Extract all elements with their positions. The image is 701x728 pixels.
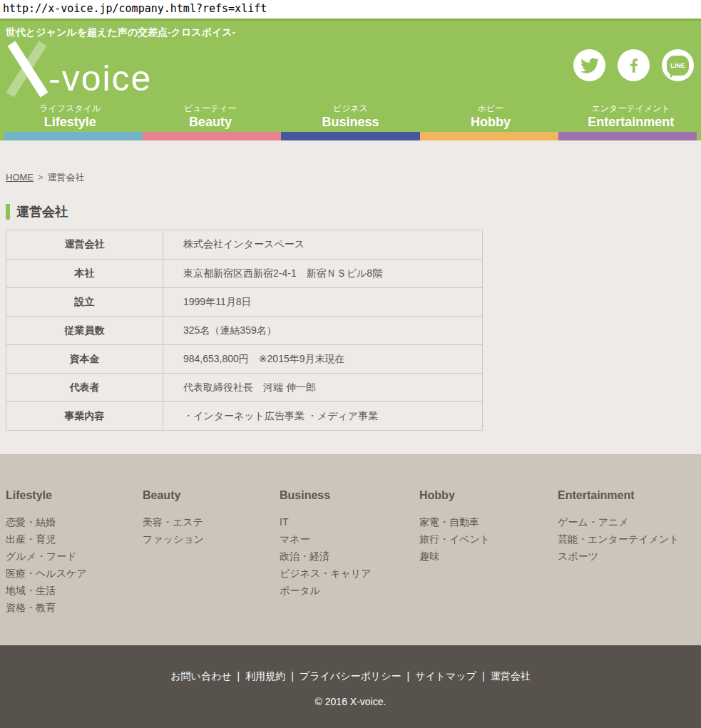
main-content: HOME>運営会社 運営会社 運営会社 株式会社インタースペース 本社 東京都新… <box>0 140 701 454</box>
footer-link-contact[interactable]: お問い合わせ <box>170 670 231 682</box>
sitemap-link[interactable]: 芸能・エンターテイメント <box>558 530 701 548</box>
nav-bar-business <box>281 132 419 140</box>
nav-bar-lifestyle <box>4 132 143 140</box>
sitemap-link[interactable]: IT <box>280 513 419 530</box>
sitemap-link[interactable]: 医療・ヘルスケア <box>6 565 143 582</box>
copyright-text: © 2016 X-voice. <box>0 696 701 707</box>
nav-label-jp: ビジネス <box>280 103 421 114</box>
site-tagline: 世代とジャンルを超えた声の交差点-クロスボイス- <box>6 26 235 39</box>
nav-item-hobby[interactable]: ホビー Hobby <box>421 103 561 130</box>
row-label: 代表者 <box>6 374 163 401</box>
nav-label-en: Hobby <box>421 114 561 130</box>
social-links: LINE <box>573 49 694 81</box>
sitemap-link[interactable]: グルメ・フード <box>6 548 143 565</box>
sitemap-link[interactable]: ポータル <box>280 582 419 599</box>
sitemap-column-title: Hobby <box>419 489 558 502</box>
table-row: 運営会社 株式会社インタースペース <box>6 230 482 259</box>
footer-link-separator: | <box>291 670 294 682</box>
sitemap-link[interactable]: 趣味 <box>419 548 558 565</box>
nav-label-en: Business <box>280 114 421 130</box>
sitemap-link[interactable]: 家電・自動車 <box>419 513 558 530</box>
nav-bar-entertainment <box>558 132 697 140</box>
footer-link-separator: | <box>237 670 240 682</box>
nav-label-jp: ビューティー <box>140 103 281 114</box>
nav-label-jp: ホビー <box>421 103 561 114</box>
table-row: 本社 東京都新宿区西新宿2-4-1 新宿ＮＳビル8階 <box>6 259 482 287</box>
logo-x-icon <box>4 41 50 98</box>
twitter-icon[interactable] <box>573 49 605 81</box>
site-logo[interactable]: -voice <box>4 41 152 98</box>
footer-link-company[interactable]: 運営会社 <box>491 670 531 682</box>
breadcrumb-current: 運営会社 <box>48 172 85 183</box>
url-text[interactable]: http://x-voice.jp/company.html?refs=xlif… <box>3 2 267 15</box>
nav-item-business[interactable]: ビジネス Business <box>280 103 421 130</box>
sitemap-column-business: Business IT マネー 政治・経済 ビジネス・キャリア ポータル <box>280 489 419 645</box>
sitemap-link[interactable]: 地域・生活 <box>6 582 143 599</box>
sitemap-column-title: Lifestyle <box>6 489 143 502</box>
nav-bar-hobby <box>420 132 558 140</box>
sitemap-column-beauty: Beauty 美容・エステ ファッション <box>143 489 280 645</box>
sitemap-link[interactable]: マネー <box>280 530 419 548</box>
sitemap-link[interactable]: 恋愛・結婚 <box>6 513 143 530</box>
page-title-text: 運営会社 <box>16 203 68 220</box>
facebook-icon[interactable] <box>618 49 650 81</box>
breadcrumb: HOME>運営会社 <box>6 171 701 184</box>
footer-links: お問い合わせ|利用規約|プライバシーポリシー|サイトマップ|運営会社 <box>0 670 701 683</box>
logo-text: -voice <box>48 61 152 96</box>
table-row: 従業員数 325名（連結359名） <box>6 316 482 344</box>
row-value: 1999年11月8日 <box>163 288 482 316</box>
sitemap-link[interactable]: ファッション <box>143 530 280 548</box>
row-label: 設立 <box>6 288 163 316</box>
nav-item-beauty[interactable]: ビューティー Beauty <box>140 103 281 130</box>
page-title: 運営会社 <box>6 203 701 220</box>
row-value: 325名（連結359名） <box>163 317 482 344</box>
table-row: 代表者 代表取締役社長 河端 伸一郎 <box>6 373 482 401</box>
sitemap-link[interactable]: 美容・エステ <box>143 513 280 530</box>
row-value: 代表取締役社長 河端 伸一郎 <box>163 374 482 401</box>
footer-link-separator: | <box>482 670 485 682</box>
table-row: 事業内容 ・インターネット広告事業 ・メディア事業 <box>6 401 482 430</box>
sitemap-link[interactable]: 旅行・イベント <box>419 530 558 548</box>
main-nav: ライフスタイル Lifestyle ビューティー Beauty ビジネス Bus… <box>0 103 701 130</box>
sitemap-column-title: Business <box>280 489 419 502</box>
nav-label-en: Beauty <box>140 114 281 130</box>
sitemap-link[interactable]: ゲーム・アニメ <box>558 513 701 530</box>
footer-link-sitemap[interactable]: サイトマップ <box>415 670 476 682</box>
breadcrumb-home-link[interactable]: HOME <box>6 172 34 183</box>
nav-item-entertainment[interactable]: エンターテイメント Entertainment <box>561 103 701 130</box>
nav-bar-beauty <box>143 132 281 140</box>
footer-bottom: お問い合わせ|利用規約|プライバシーポリシー|サイトマップ|運営会社 © 201… <box>0 645 701 728</box>
row-value: 東京都新宿区西新宿2-4-1 新宿ＮＳビル8階 <box>163 260 482 287</box>
sitemap-link[interactable]: 政治・経済 <box>280 548 419 565</box>
sitemap-column-title: Entertainment <box>558 489 701 502</box>
nav-label-jp: ライフスタイル <box>0 103 140 114</box>
line-icon[interactable]: LINE <box>662 49 694 81</box>
sitemap-link[interactable]: スポーツ <box>558 548 701 565</box>
sitemap-column-lifestyle: Lifestyle 恋愛・結婚 出産・育児 グルメ・フード 医療・ヘルスケア 地… <box>6 489 143 645</box>
line-bubble: LINE <box>667 56 689 76</box>
row-label: 事業内容 <box>6 402 163 430</box>
footer-link-separator: | <box>406 670 409 682</box>
site-header: 世代とジャンルを超えた声の交差点-クロスボイス- -voice <box>0 19 701 132</box>
nav-item-lifestyle[interactable]: ライフスタイル Lifestyle <box>0 103 140 130</box>
row-value: 株式会社インタースペース <box>163 230 482 259</box>
row-label: 資本金 <box>6 345 163 373</box>
company-info-table: 運営会社 株式会社インタースペース 本社 東京都新宿区西新宿2-4-1 新宿ＮＳ… <box>6 230 483 431</box>
row-label: 従業員数 <box>6 317 163 344</box>
nav-label-en: Entertainment <box>561 114 701 130</box>
page: http://x-voice.jp/company.html?refs=xlif… <box>0 0 701 728</box>
table-row: 設立 1999年11月8日 <box>6 287 482 316</box>
nav-label-jp: エンターテイメント <box>561 103 701 114</box>
row-value: ・インターネット広告事業 ・メディア事業 <box>163 402 482 430</box>
footer-sitemap: Lifestyle 恋愛・結婚 出産・育児 グルメ・フード 医療・ヘルスケア 地… <box>0 454 701 645</box>
sitemap-link[interactable]: 資格・教育 <box>6 599 143 616</box>
sitemap-link[interactable]: 出産・育児 <box>6 530 143 548</box>
footer-link-terms[interactable]: 利用規約 <box>245 670 285 682</box>
sitemap-column-hobby: Hobby 家電・自動車 旅行・イベント 趣味 <box>419 489 558 645</box>
address-bar[interactable]: http://x-voice.jp/company.html?refs=xlif… <box>0 0 701 19</box>
sitemap-column-title: Beauty <box>143 489 280 502</box>
nav-color-bars <box>0 132 701 140</box>
table-row: 資本金 984,653,800円 ※2015年9月末現在 <box>6 344 482 373</box>
footer-link-privacy[interactable]: プライバシーポリシー <box>300 670 401 682</box>
sitemap-link[interactable]: ビジネス・キャリア <box>280 565 419 582</box>
